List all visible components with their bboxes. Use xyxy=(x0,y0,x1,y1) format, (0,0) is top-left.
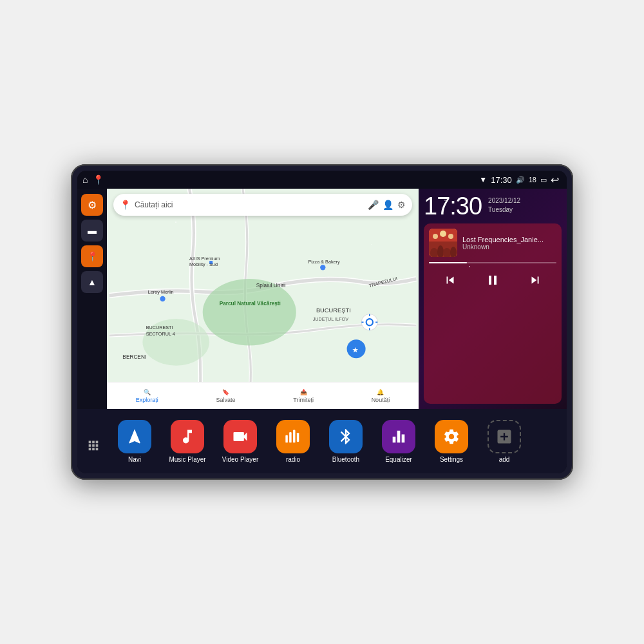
left-sidebar: ⚙ ▬ 📍 ▲ xyxy=(77,189,107,409)
settings-icon-wrap xyxy=(435,420,468,453)
album-art xyxy=(429,229,457,257)
svg-text:Leroy Merlin: Leroy Merlin xyxy=(148,289,174,295)
svg-rect-43 xyxy=(289,432,292,442)
clock-status: 17:30 xyxy=(491,175,512,185)
svg-text:Splaiul Unirii: Splaiul Unirii xyxy=(256,282,286,289)
map-updates-btn[interactable]: 🔔 Noutăți xyxy=(372,389,390,403)
video-player-label: Video Player xyxy=(222,456,259,463)
svg-rect-45 xyxy=(297,433,299,442)
app-video-player[interactable]: Video Player xyxy=(215,420,265,463)
main-content: ⚙ ▬ 📍 ▲ xyxy=(77,189,567,409)
equalizer-icon-wrap xyxy=(382,420,415,453)
car-infotainment-device: ⌂ 📍 ▼ 17:30 🔊 18 ▭ ↩ ⚙ ▬ xyxy=(71,164,573,480)
battery-level: 18 xyxy=(529,176,536,184)
prev-track-button[interactable] xyxy=(439,269,462,292)
svg-text:AXIS Premium: AXIS Premium xyxy=(189,256,220,261)
svg-text:Mobility - Sud: Mobility - Sud xyxy=(189,261,218,267)
map-svg: Parcul Natural Văcărești BUCUREȘTI JUDEȚ… xyxy=(107,189,419,409)
add-icon-wrap xyxy=(488,420,521,453)
map-search-bar[interactable]: 📍 Căutați aici 🎤 👤 ⚙ xyxy=(113,194,412,216)
svg-text:BUCUREȘTI: BUCUREȘTI xyxy=(146,325,173,330)
settings-label: Settings xyxy=(440,456,463,463)
app-settings[interactable]: Settings xyxy=(426,420,477,463)
sidebar-settings[interactable]: ⚙ xyxy=(81,194,103,216)
map-share-btn[interactable]: 📤 Trimiteți xyxy=(293,389,314,403)
radio-icon-wrap xyxy=(276,420,310,453)
settings-map-icon[interactable]: ⚙ xyxy=(397,200,406,210)
svg-text:SECTORUL 4: SECTORUL 4 xyxy=(146,331,175,337)
app-add[interactable]: add xyxy=(479,420,529,463)
svg-rect-42 xyxy=(285,435,288,442)
volume-icon: 🔊 xyxy=(516,176,525,184)
svg-point-12 xyxy=(160,296,165,301)
music-info: Lost Frequencies_Janie... Unknown xyxy=(429,229,556,257)
equalizer-label: Equalizer xyxy=(385,456,412,463)
svg-text:JUDEȚUL ILFOV: JUDEȚUL ILFOV xyxy=(313,316,348,322)
app-grid: Navi Music Player xyxy=(109,420,560,463)
app-equalizer[interactable]: Equalizer xyxy=(374,420,424,463)
explore-icon: 🔍 xyxy=(144,389,151,395)
wifi-icon: ▼ xyxy=(479,175,487,184)
right-panel: 17:30 2023/12/12 Tuesday xyxy=(419,189,567,409)
clock-date: 2023/12/12 xyxy=(488,196,520,205)
bluetooth-icon-wrap xyxy=(329,420,363,453)
status-bar: ⌂ 📍 ▼ 17:30 🔊 18 ▭ ↩ xyxy=(77,171,567,189)
svg-point-40 xyxy=(440,231,446,237)
map-explore-btn[interactable]: 🔍 Explorați xyxy=(136,389,158,403)
home-icon[interactable]: ⌂ xyxy=(82,175,88,185)
sidebar-files[interactable]: ▬ xyxy=(81,220,103,242)
svg-text:Parcul Natural Văcărești: Parcul Natural Văcărești xyxy=(220,300,281,307)
svg-point-21 xyxy=(361,314,377,330)
map-pin-icon: 📍 xyxy=(87,251,98,261)
svg-rect-44 xyxy=(293,430,296,442)
app-bluetooth[interactable]: Bluetooth xyxy=(321,420,371,463)
play-pause-button[interactable] xyxy=(481,269,504,292)
svg-point-17 xyxy=(320,265,325,270)
map-bottom-bar: 🔍 Explorați 🔖 Salvate 📤 Trimiteți � xyxy=(107,382,419,409)
map-search-text: Căutați aici xyxy=(135,200,364,209)
map-container[interactable]: Parcul Natural Văcărești BUCUREȘTI JUDEȚ… xyxy=(107,189,419,409)
music-progress-bar[interactable] xyxy=(429,262,556,263)
sidebar-navigation[interactable]: ▲ xyxy=(81,271,103,293)
updates-label: Noutăți xyxy=(372,397,390,403)
clock-display: 17:30 xyxy=(424,194,482,218)
back-icon[interactable]: ↩ xyxy=(551,174,559,186)
app-launcher-button[interactable] xyxy=(82,433,104,455)
music-text: Lost Frequencies_Janie... Unknown xyxy=(462,236,556,251)
music-progress-fill xyxy=(429,262,467,263)
bluetooth-label: Bluetooth xyxy=(332,456,359,463)
app-music-player[interactable]: Music Player xyxy=(162,420,213,463)
status-right-icons: ▼ 17:30 🔊 18 ▭ ↩ xyxy=(479,174,559,186)
svg-point-41 xyxy=(448,234,453,239)
maps-icon[interactable]: 📍 xyxy=(93,175,104,185)
share-label: Trimiteți xyxy=(293,397,314,403)
svg-text:BERCENI: BERCENI xyxy=(122,354,146,360)
next-track-button[interactable] xyxy=(524,269,547,292)
svg-text:Pizza & Bakery: Pizza & Bakery xyxy=(308,259,340,265)
battery-icon: ▭ xyxy=(540,176,547,184)
navi-icon-wrap xyxy=(118,420,151,453)
clock-day: Tuesday xyxy=(488,205,520,214)
app-radio[interactable]: radio xyxy=(268,420,318,463)
device-screen: ⌂ 📍 ▼ 17:30 🔊 18 ▭ ↩ ⚙ ▬ xyxy=(77,171,567,473)
svg-point-1 xyxy=(203,279,296,346)
map-saved-btn[interactable]: 🔖 Salvate xyxy=(216,389,236,403)
music-artist: Unknown xyxy=(462,243,556,251)
clock-widget: 17:30 2023/12/12 Tuesday xyxy=(424,194,562,218)
google-maps-icon: 📍 xyxy=(120,200,131,210)
map-area: Parcul Natural Văcărești BUCUREȘTI JUDEȚ… xyxy=(107,189,419,409)
app-navi[interactable]: Navi xyxy=(109,420,160,463)
svg-text:★: ★ xyxy=(352,346,359,354)
account-icon[interactable]: 👤 xyxy=(383,200,393,210)
radio-label: radio xyxy=(286,456,300,463)
mic-icon[interactable]: 🎤 xyxy=(368,200,379,210)
sidebar-maps[interactable]: 📍 xyxy=(81,245,103,267)
music-player-label: Music Player xyxy=(169,456,205,463)
add-label: add xyxy=(499,456,510,463)
svg-point-39 xyxy=(433,234,438,239)
saved-icon: 🔖 xyxy=(222,389,229,395)
music-controls xyxy=(429,269,556,292)
music-widget: Lost Frequencies_Janie... Unknown xyxy=(424,223,562,404)
settings-icon: ⚙ xyxy=(88,199,97,211)
music-icon-wrap xyxy=(171,420,204,453)
